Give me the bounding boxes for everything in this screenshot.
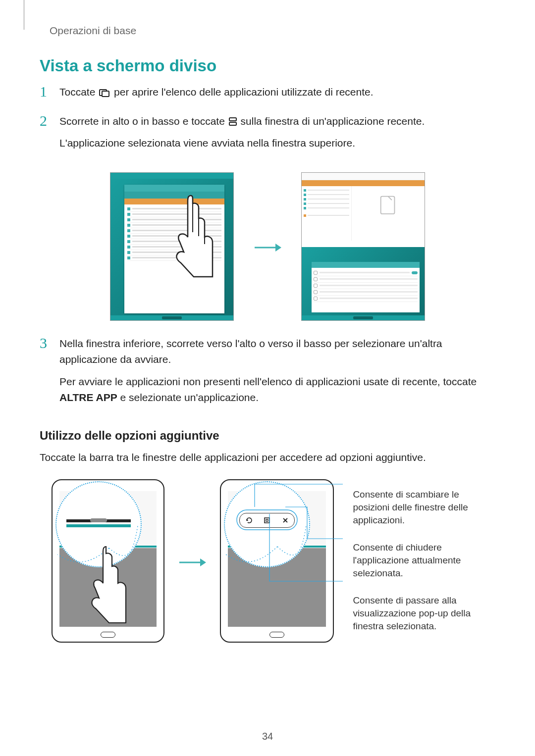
tablet-after <box>220 479 334 643</box>
page-number: 34 <box>262 731 273 742</box>
screenshot-recents-list <box>110 172 234 321</box>
step-number: 3 <box>40 336 59 351</box>
arrow-right-icon <box>178 556 206 570</box>
more-apps-label: ALTRE APP <box>59 392 117 403</box>
step-3-text-2: Per avviare le applicazioni non presenti… <box>59 374 495 406</box>
screenshot-split-result <box>301 172 425 321</box>
margin-rule <box>24 0 24 30</box>
hand-pointer-icon <box>87 545 127 624</box>
subsection-title: Utilizzo delle opzioni aggiuntive <box>40 429 495 443</box>
step-3-text-1: Nella finestra inferiore, scorrete verso… <box>59 336 495 368</box>
breadcrumb: Operazioni di base <box>50 25 495 37</box>
svg-marker-11 <box>200 558 206 566</box>
step-1: 1 Toccate per aprire l'elenco delle appl… <box>40 84 495 106</box>
svg-rect-1 <box>102 91 109 97</box>
figure-extra-options: Consente di scambiare le posizioni delle… <box>52 479 495 647</box>
step-3: 3 Nella finestra inferiore, scorrete ver… <box>40 336 495 412</box>
svg-rect-3 <box>229 122 236 125</box>
text: e selezionate un'applicazione. <box>120 392 259 403</box>
tablet-before <box>52 479 164 643</box>
text: sulla finestra di un'applicazione recent… <box>241 115 425 127</box>
manual-page: Operazioni di base Vista a schermo divis… <box>0 0 535 756</box>
svg-rect-2 <box>229 118 236 121</box>
callout-popup: Consente di passare alla visualizzazione… <box>353 594 495 632</box>
svg-marker-5 <box>275 244 281 252</box>
text: Per avviare le applicazioni non presenti… <box>59 376 477 387</box>
arrow-right-icon <box>254 235 281 258</box>
hand-pointer-icon <box>169 193 214 282</box>
text: Scorrete in alto o in basso e toccate <box>59 115 228 127</box>
step-1-text: Toccate per aprire l'elenco delle applic… <box>59 84 495 101</box>
svg-rect-6 <box>381 196 395 213</box>
step-number: 2 <box>40 113 59 128</box>
figure-split-view-steps <box>40 172 495 321</box>
text: Toccate <box>59 86 98 98</box>
section-title: Vista a schermo diviso <box>40 56 495 75</box>
subsection-text: Toccate la barra tra le finestre delle a… <box>40 450 495 466</box>
recents-icon <box>99 89 110 97</box>
step-2: 2 Scorrete in alto o in basso e toccate … <box>40 113 495 157</box>
split-view-icon <box>229 117 237 126</box>
text: per aprire l'elenco delle applicazioni u… <box>114 86 373 98</box>
callout-close: Consente di chiudere l'applicazione attu… <box>353 541 495 579</box>
callouts: Consente di scambiare le posizioni delle… <box>353 488 495 647</box>
callout-swap: Consente di scambiare le posizioni delle… <box>353 488 495 526</box>
step-2-text-1: Scorrete in alto o in basso e toccate su… <box>59 113 495 130</box>
step-2-text-2: L'applicazione selezionata viene avviata… <box>59 135 495 151</box>
step-number: 1 <box>40 84 59 99</box>
